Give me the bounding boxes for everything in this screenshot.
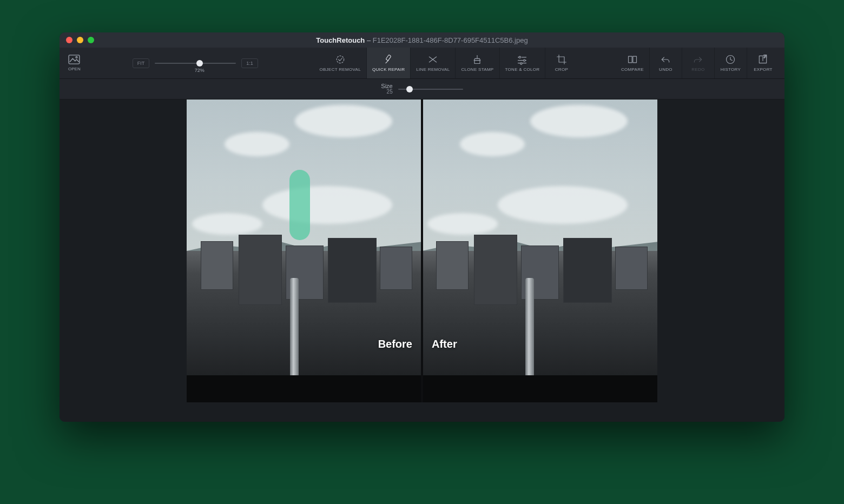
button-label: REDO (691, 67, 704, 72)
building (239, 235, 282, 305)
after-pane: After (422, 100, 657, 402)
redo-icon (693, 54, 703, 65)
tool-label: TONE & COLOR (505, 67, 540, 72)
tool-label: CLONE STAMP (461, 67, 493, 72)
tone-color-icon (517, 54, 528, 65)
tool-clone-stamp[interactable]: CLONE STAMP (455, 48, 499, 78)
before-label: Before (378, 338, 412, 350)
tool-label: QUICK REPAIR (372, 67, 405, 72)
cloud (498, 186, 628, 224)
toolbar-left: OPEN FIT 72% 1:1 (65, 55, 276, 71)
tool-quick-repair[interactable]: QUICK REPAIR (366, 48, 410, 78)
building (201, 241, 233, 290)
export-icon (757, 54, 768, 65)
cloud (530, 105, 628, 137)
export-button[interactable]: EXPORT (747, 48, 779, 78)
building (380, 247, 412, 290)
redo-button: REDO (682, 48, 714, 78)
titlebar: TouchRetouch – F1E2028F-1881-486F-8D77-6… (60, 32, 784, 48)
brush-mark (289, 170, 310, 240)
button-label: COMPARE (621, 67, 644, 72)
button-label: EXPORT (754, 67, 773, 72)
window-title: TouchRetouch – F1E2028F-1881-486F-8D77-6… (60, 36, 784, 44)
cloud (460, 132, 525, 156)
building (436, 241, 469, 290)
zoom-window-button[interactable] (88, 37, 94, 43)
close-window-button[interactable] (66, 37, 72, 43)
bottom-band (187, 375, 422, 402)
line-removal-icon (427, 54, 438, 65)
image-icon (68, 55, 80, 64)
canvas-area: Before After (60, 100, 784, 422)
before-pane: Before (187, 100, 422, 402)
tool-tone-color[interactable]: TONE & COLOR (499, 48, 545, 78)
svg-rect-3 (386, 55, 391, 61)
tool-object-removal[interactable]: OBJECT REMOVAL (314, 48, 366, 78)
tool-label: OBJECT REMOVAL (320, 67, 361, 72)
compare-icon (627, 54, 638, 65)
undo-icon (660, 54, 671, 65)
bottom-band (422, 375, 657, 402)
app-window: TouchRetouch – F1E2028F-1881-486F-8D77-6… (60, 32, 784, 422)
size-thumb[interactable] (406, 86, 413, 92)
svg-point-2 (337, 56, 344, 63)
title-sep: – (365, 36, 372, 44)
object-removal-icon (335, 54, 346, 65)
building (474, 235, 517, 305)
size-label-block: Size 25 (381, 83, 392, 95)
svg-point-10 (520, 63, 522, 64)
tool-label: CROP (555, 67, 568, 72)
app-name: TouchRetouch (316, 36, 365, 44)
button-label: UNDO (659, 67, 672, 72)
clone-stamp-icon (472, 54, 483, 65)
svg-point-1 (76, 57, 77, 58)
button-label: HISTORY (721, 67, 741, 72)
zoom-value: 72% (195, 68, 205, 73)
cloud (262, 186, 392, 224)
document-name: F1E2028F-1881-486F-8D77-695F4511C5B6.jpe… (373, 36, 528, 44)
cloud (192, 213, 262, 235)
zoom-1to1-button[interactable]: 1:1 (241, 58, 258, 68)
size-value: 25 (381, 89, 392, 95)
open-label: OPEN (68, 67, 81, 71)
building (615, 247, 648, 290)
svg-rect-13 (629, 56, 632, 63)
zoom-slider[interactable]: 72% (155, 58, 236, 69)
crop-icon (556, 54, 567, 65)
cloud (427, 213, 498, 235)
toolbar-right: COMPAREUNDOREDOHISTORYEXPORT (616, 48, 779, 78)
cloud (225, 132, 289, 156)
building (563, 238, 612, 303)
after-label: After (432, 338, 457, 350)
zoom-fit-button[interactable]: FIT (133, 58, 150, 68)
tool-group: OBJECT REMOVALQUICK REPAIRLINE REMOVALCL… (314, 48, 578, 78)
tool-line-removal[interactable]: LINE REMOVAL (410, 48, 455, 78)
tool-label: LINE REMOVAL (416, 67, 450, 72)
cloud (295, 105, 392, 137)
tool-crop[interactable]: CROP (545, 48, 577, 78)
compare-divider[interactable] (421, 100, 423, 402)
open-button[interactable]: OPEN (65, 55, 84, 71)
history-button[interactable]: HISTORY (714, 48, 747, 78)
tool-options-bar: Size 25 (60, 79, 784, 100)
size-slider[interactable] (398, 85, 463, 94)
compare-view[interactable]: Before After (187, 100, 657, 402)
zoom-track (155, 63, 236, 64)
traffic-lights (66, 37, 94, 43)
toolbar: OPEN FIT 72% 1:1 OBJECT REMOVALQUICK REP… (60, 48, 784, 79)
undo-button[interactable]: UNDO (649, 48, 682, 78)
building (328, 238, 377, 303)
compare-button[interactable]: COMPARE (616, 48, 649, 78)
svg-rect-14 (633, 56, 637, 63)
zoom-thumb[interactable] (196, 60, 203, 67)
history-icon (725, 54, 736, 65)
minimize-window-button[interactable] (77, 37, 83, 43)
quick-repair-icon (383, 54, 394, 65)
